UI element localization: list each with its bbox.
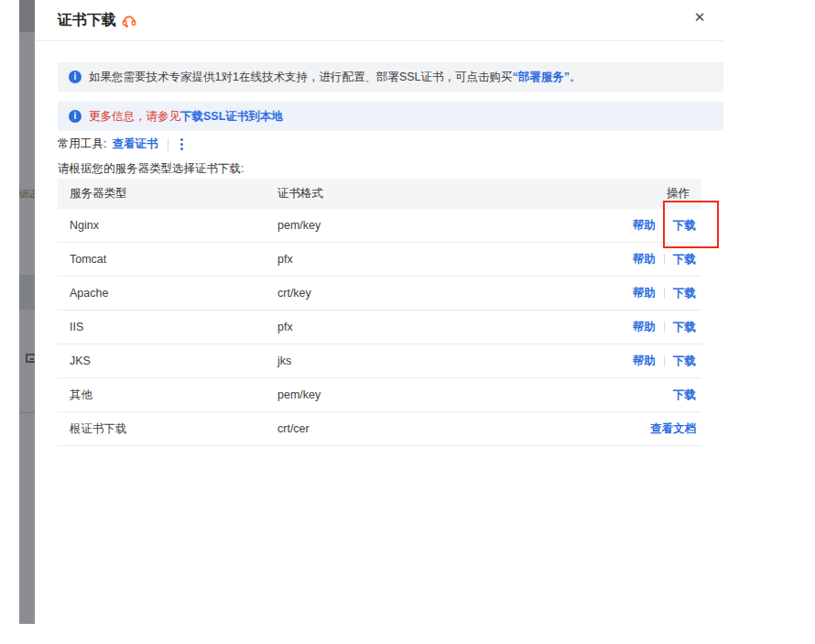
row-actions: 查看文档: [564, 421, 701, 437]
background-dark-block: [19, 275, 35, 310]
cert-format: jks: [277, 355, 564, 367]
action-divider: [664, 322, 665, 333]
server-type: Nginx: [58, 219, 277, 232]
action-link-帮助[interactable]: 帮助: [633, 354, 656, 369]
background-clipped-text: 级证: [19, 188, 35, 201]
row-actions: 帮助下载: [564, 354, 701, 369]
cert-format: crt/key: [277, 287, 564, 300]
server-type: 其他: [58, 387, 277, 403]
close-icon[interactable]: ✕: [689, 6, 711, 28]
cert-format: pfx: [277, 253, 564, 266]
background-header-band: [19, 0, 35, 32]
action-link-下载[interactable]: 下载: [673, 252, 696, 267]
more-info-banner: i 更多信息，请参见下载SSL证书到本地: [58, 102, 723, 131]
action-divider: [664, 254, 665, 265]
action-link-帮助[interactable]: 帮助: [633, 286, 656, 301]
common-tools-row: 常用工具: 查看证书: [58, 136, 185, 152]
info-icon: i: [69, 110, 82, 123]
table-row: IIS pfx 帮助下载: [58, 311, 701, 344]
table-row: Apache crt/key 帮助下载: [58, 277, 701, 311]
action-link-下载[interactable]: 下载: [673, 354, 696, 369]
download-ssl-doc-link[interactable]: 下载SSL证书到本地: [180, 110, 283, 123]
deploy-banner-text: 如果您需要技术专家提供1对1在线技术支持，进行配置、部署SSL证书，可点击购买“…: [89, 70, 581, 85]
table-subtitle: 请根据您的服务器类型选择证书下载:: [58, 161, 244, 177]
dialog-title: 证书下载: [58, 11, 116, 30]
row-actions: 帮助下载: [564, 218, 701, 234]
action-link-下载[interactable]: 下载: [673, 286, 696, 301]
headset-support-icon[interactable]: [121, 12, 137, 28]
action-link-帮助[interactable]: 帮助: [633, 320, 656, 335]
table-row: 根证书下载 crt/cer 查看文档: [58, 412, 701, 446]
background-divider: [19, 412, 35, 413]
action-link-下载[interactable]: 下载: [673, 387, 696, 403]
table-row: 其他 pem/key 下载: [58, 378, 701, 412]
more-actions-kebab-icon[interactable]: [179, 136, 185, 152]
cert-format: crt/cer: [277, 422, 564, 435]
info-icon: i: [69, 71, 82, 83]
action-divider: [664, 220, 665, 231]
screenshot-canvas: 级证 证书下载 ✕ i 如果您需要技术专家提供1对1在线技术支持，进行配置、部署…: [0, 0, 815, 644]
tools-label: 常用工具:: [58, 136, 106, 152]
action-divider: [664, 355, 665, 366]
header-actions: 操作: [564, 186, 701, 202]
cert-format: pfx: [277, 321, 564, 333]
document-export-icon: [26, 354, 35, 363]
more-info-text: 更多信息，请参见下载SSL证书到本地: [89, 109, 283, 125]
action-link-查看文档[interactable]: 查看文档: [650, 421, 696, 437]
action-link-下载[interactable]: 下载: [673, 320, 696, 335]
certificate-table: 服务器类型 证书格式 操作 Nginx pem/key 帮助下载 Tomcat …: [58, 179, 701, 446]
server-type: Tomcat: [58, 253, 277, 266]
background-page-strip: 级证: [19, 0, 35, 624]
table-row: JKS jks 帮助下载: [58, 344, 701, 378]
deploy-service-banner: i 如果您需要技术专家提供1对1在线技术支持，进行配置、部署SSL证书，可点击购…: [58, 62, 723, 92]
row-actions: 帮助下载: [564, 252, 701, 267]
header-cert-format: 证书格式: [277, 186, 564, 202]
cert-format: pem/key: [277, 388, 564, 401]
tools-divider: [168, 138, 168, 151]
action-link-帮助[interactable]: 帮助: [633, 218, 656, 234]
server-table-body: Nginx pem/key 帮助下载 Tomcat pfx 帮助下载 Apach…: [58, 209, 701, 446]
row-actions: 帮助下载: [564, 320, 701, 335]
server-type: JKS: [58, 355, 277, 367]
deploy-service-link[interactable]: “部署服务”: [513, 71, 570, 83]
header-server-type: 服务器类型: [58, 186, 277, 202]
server-type: Apache: [58, 287, 277, 300]
table-row: Nginx pem/key 帮助下载: [58, 209, 701, 243]
table-row: Tomcat pfx 帮助下载: [58, 243, 701, 277]
cert-format: pem/key: [277, 219, 564, 232]
action-link-帮助[interactable]: 帮助: [633, 252, 656, 267]
more-info-pre: 更多信息，请参见: [89, 110, 180, 123]
action-divider: [664, 288, 665, 299]
row-actions: 下载: [564, 387, 701, 403]
view-certificate-link[interactable]: 查看证书: [112, 136, 158, 152]
server-type: IIS: [58, 321, 277, 333]
deploy-banner-post: 。: [570, 71, 581, 83]
server-type: 根证书下载: [58, 421, 277, 437]
table-header-row: 服务器类型 证书格式 操作: [58, 179, 701, 209]
header-divider: [35, 40, 723, 41]
deploy-banner-pre: 如果您需要技术专家提供1对1在线技术支持，进行配置、部署SSL证书，可点击购买: [89, 71, 513, 83]
certificate-download-dialog: 证书下载 ✕ i 如果您需要技术专家提供1对1在线技术支持，进行配置、部署SSL…: [35, 0, 815, 644]
row-actions: 帮助下载: [564, 286, 701, 301]
action-link-下载[interactable]: 下载: [673, 218, 696, 234]
